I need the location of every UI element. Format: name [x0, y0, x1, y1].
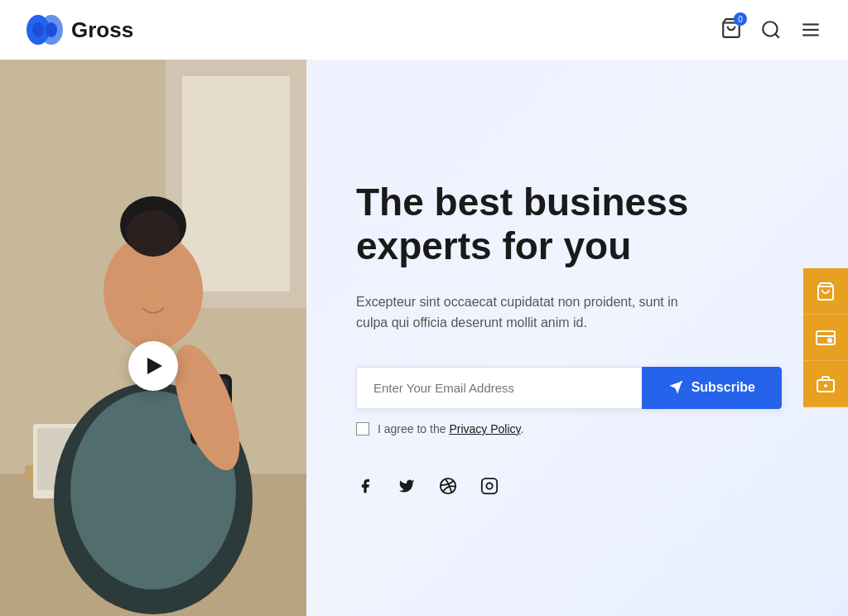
logo-icon: [26, 15, 63, 45]
privacy-link[interactable]: Privacy Policy: [449, 422, 520, 436]
sidebar-wallet-button[interactable]: [803, 315, 848, 361]
header-actions: 0: [720, 17, 822, 42]
logo[interactable]: Gross: [26, 15, 133, 45]
sidebar-cart-button[interactable]: [803, 268, 848, 315]
cart-badge: 0: [734, 12, 747, 26]
content-panel: The best business experts for you Except…: [306, 60, 848, 616]
privacy-period: .: [521, 422, 524, 436]
sidebar-store-icon: [816, 374, 836, 394]
svg-marker-30: [669, 382, 682, 394]
privacy-policy-row: I agree to the Privacy Policy.: [356, 422, 782, 436]
hero-scene: [0, 60, 306, 616]
header: Gross 0: [0, 0, 848, 60]
privacy-text: I agree to the Privacy Policy.: [378, 422, 523, 436]
menu-icon[interactable]: [800, 19, 822, 41]
svg-point-3: [46, 22, 57, 37]
cart-button[interactable]: 0: [720, 17, 742, 42]
svg-point-22: [127, 210, 180, 257]
subscribe-label: Subscribe: [691, 380, 755, 395]
play-button[interactable]: [128, 341, 178, 391]
hero-subtitle: Excepteur sint occaecat cupidatat non pr…: [356, 291, 712, 334]
dribbble-icon[interactable]: [439, 477, 457, 495]
email-input[interactable]: [356, 367, 642, 409]
hero-image: [0, 60, 306, 616]
instagram-icon[interactable]: [480, 477, 499, 495]
svg-rect-32: [482, 479, 497, 493]
search-icon[interactable]: [760, 19, 782, 41]
privacy-checkbox[interactable]: [356, 422, 369, 436]
social-icons: [356, 477, 782, 495]
floating-sidebar: [803, 268, 848, 407]
svg-point-5: [763, 22, 777, 36]
subscribe-button[interactable]: Subscribe: [642, 367, 782, 409]
privacy-agree-text: I agree to the: [378, 422, 449, 436]
main-layout: The best business experts for you Except…: [0, 60, 848, 616]
sidebar-wallet-icon: [816, 328, 836, 348]
logo-text: Gross: [71, 17, 133, 43]
svg-line-6: [775, 34, 779, 38]
svg-rect-12: [182, 76, 290, 291]
image-panel: [0, 60, 306, 616]
send-icon: [668, 380, 683, 395]
sidebar-cart-icon: [816, 282, 836, 301]
facebook-icon[interactable]: [356, 477, 374, 495]
sidebar-store-button[interactable]: [803, 361, 848, 407]
hero-title: The best business experts for you: [356, 180, 720, 268]
svg-point-37: [828, 339, 831, 342]
play-arrow-icon: [147, 358, 162, 374]
svg-rect-35: [817, 331, 835, 344]
subscribe-form: Subscribe: [356, 367, 782, 409]
svg-point-2: [32, 22, 44, 37]
twitter-icon[interactable]: [398, 477, 416, 495]
